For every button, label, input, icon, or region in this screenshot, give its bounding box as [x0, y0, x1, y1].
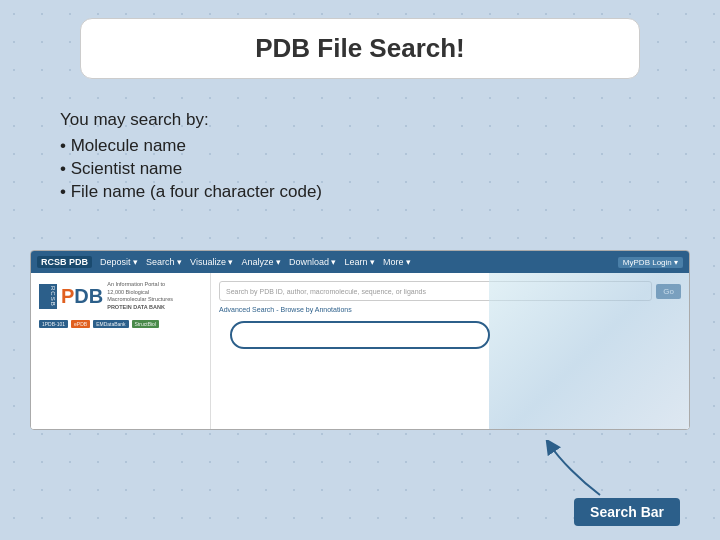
pdb-subtitle: An Information Portal to12,000 Biologica…: [107, 281, 173, 312]
pdb-main-logo: PDB: [61, 286, 103, 306]
nav-learn: Learn ▾: [345, 257, 376, 267]
nav-download: Download ▾: [289, 257, 337, 267]
myPDB-button[interactable]: MyPDB Login ▾: [618, 257, 683, 268]
search-placeholder: Search by PDB ID, author, macromolecule,…: [226, 288, 426, 295]
bullet-molecule: Molecule name: [60, 136, 660, 156]
pdb-left-panel: RCSB PDB An Information Portal to12,000 …: [31, 273, 211, 429]
nav-more: More ▾: [383, 257, 411, 267]
nav-search: Search ▾: [146, 257, 182, 267]
annotation-area: Search Bar: [574, 498, 680, 526]
rcsb-bar: RCSB: [39, 284, 57, 309]
annotation-arrow: [540, 440, 620, 500]
world-map-decoration: [489, 273, 689, 429]
page-title: PDB File Search!: [255, 33, 465, 63]
bullet-file: File name (a four character code): [60, 182, 660, 202]
nav-visualize: Visualize ▾: [190, 257, 233, 267]
pdb-logo-area: RCSB PDB An Information Portal to12,000 …: [39, 281, 202, 312]
content-area: You may search by: Molecule name Scienti…: [60, 110, 660, 205]
navbar-logo: RCSB PDB: [37, 256, 92, 268]
partner-logos: 1PDB-101 ePDB EMDataBank StructBiol: [39, 320, 202, 328]
pdb-navbar: RCSB PDB Deposit ▾ Search ▾ Visualize ▾ …: [31, 251, 689, 273]
intro-text: You may search by:: [60, 110, 660, 130]
badge-1pdb: 1PDB-101: [39, 320, 68, 328]
title-box: PDB File Search!: [80, 18, 640, 79]
nav-deposit: Deposit ▾: [100, 257, 138, 267]
nav-analyze: Analyze ▾: [241, 257, 281, 267]
search-bar-label: Search Bar: [574, 498, 680, 526]
pdb-main-content: RCSB PDB An Information Portal to12,000 …: [31, 273, 689, 429]
pdb-logo-block: PDB: [61, 286, 103, 306]
badge-epdb: ePDB: [71, 320, 90, 328]
pdb-screenshot: RCSB PDB Deposit ▾ Search ▾ Visualize ▾ …: [30, 250, 690, 430]
badge-structure: StructBiol: [132, 320, 159, 328]
badge-emdata: EMDataBank: [93, 320, 128, 328]
bullet-scientist: Scientist name: [60, 159, 660, 179]
